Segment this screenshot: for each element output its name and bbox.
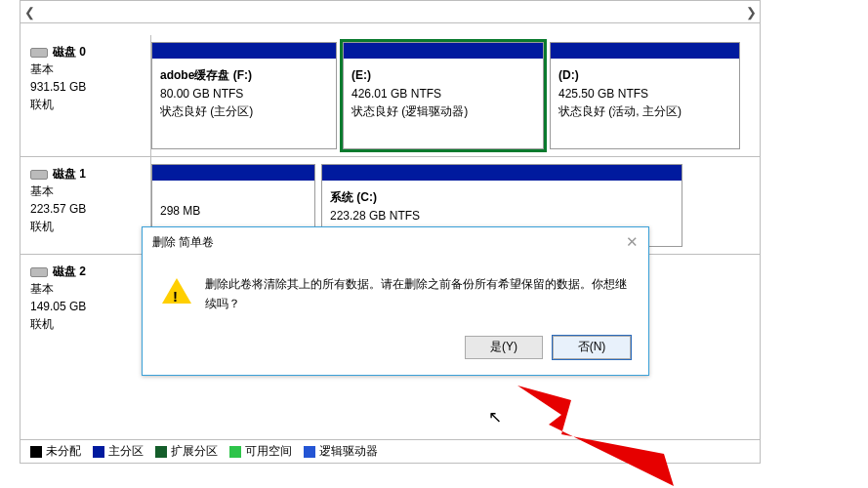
disk-type: 基本: [30, 280, 141, 298]
volume-size: 426.01 GB NTFS: [351, 85, 535, 103]
volume-stripe: [152, 165, 314, 181]
horizontal-scrollbar[interactable]: ❮ ❯: [21, 1, 760, 23]
disk-row-0: 磁盘 0 基本 931.51 GB 联机 adobe缓存盘 (F:) 80.00…: [21, 35, 760, 157]
volume-status: 状态良好 (主分区): [160, 102, 328, 121]
dialog-title: 删除 简单卷: [152, 234, 214, 251]
volume-stripe: [344, 43, 543, 59]
volume-label: (D:): [558, 66, 731, 85]
volumes-disk-0: adobe缓存盘 (F:) 80.00 GB NTFS 状态良好 (主分区) (…: [150, 35, 760, 156]
volume-size: 223.28 GB NTFS: [330, 207, 674, 225]
legend-item: 可用空间: [229, 443, 292, 460]
disk-info-1: 磁盘 1 基本 223.57 GB 联机: [21, 157, 150, 254]
swatch-free: [229, 446, 241, 458]
confirm-delete-dialog: 删除 简单卷 ✕ 删除此卷将清除其上的所有数据。请在删除之前备份所有希望保留的数…: [142, 226, 649, 376]
volume-e[interactable]: (E:) 426.01 GB NTFS 状态良好 (逻辑驱动器): [343, 42, 544, 149]
disk-type: 基本: [30, 183, 141, 200]
dialog-titlebar[interactable]: 删除 简单卷 ✕: [143, 227, 648, 257]
no-button[interactable]: 否(N): [553, 336, 631, 359]
disk-management-window: ❮ ❯ 磁盘 0 基本 931.51 GB 联机 adobe缓存盘 (F:) 8…: [0, 0, 868, 488]
disk-name: 磁盘 0: [53, 45, 86, 59]
disk-name: 磁盘 1: [53, 167, 86, 181]
swatch-extended: [155, 446, 167, 458]
scroll-track[interactable]: [38, 2, 742, 21]
disk-type: 基本: [30, 61, 141, 78]
volume-stripe: [322, 165, 682, 181]
volume-label: adobe缓存盘 (F:): [160, 66, 328, 85]
disk-name: 磁盘 2: [53, 264, 86, 278]
volume-size: 425.50 GB NTFS: [558, 85, 731, 103]
disk-status: 联机: [30, 315, 141, 333]
volume-status: 状态良好 (活动, 主分区): [558, 102, 731, 121]
volume-d[interactable]: (D:) 425.50 GB NTFS 状态良好 (活动, 主分区): [550, 42, 740, 149]
swatch-unallocated: [30, 446, 42, 458]
disk-info-2: 磁盘 2 基本 149.05 GB 联机: [21, 255, 150, 351]
disk-icon: [30, 48, 48, 58]
disk-status: 联机: [30, 218, 141, 235]
scroll-right-icon[interactable]: ❯: [742, 2, 760, 21]
volume-label: (E:): [351, 66, 535, 85]
volume-f[interactable]: adobe缓存盘 (F:) 80.00 GB NTFS 状态良好 (主分区): [151, 42, 337, 149]
disk-size: 149.05 GB: [30, 298, 141, 315]
disk-size: 223.57 GB: [30, 200, 141, 218]
legend-item: 主分区: [93, 443, 144, 460]
yes-button[interactable]: 是(Y): [465, 336, 543, 359]
disk-status: 联机: [30, 96, 141, 113]
dialog-content: 删除此卷将清除其上的所有数据。请在删除之前备份所有希望保留的数据。你想继续吗？: [143, 257, 648, 324]
disk-icon: [30, 170, 48, 180]
legend-item: 逻辑驱动器: [304, 443, 378, 460]
volume-size: 298 MB: [160, 202, 307, 221]
disk-info-0: 磁盘 0 基本 931.51 GB 联机: [21, 35, 150, 156]
dialog-buttons: 是(Y) 否(N): [143, 324, 648, 375]
svg-marker-0: [517, 386, 674, 486]
volume-status: 状态良好 (逻辑驱动器): [351, 102, 535, 121]
dialog-message: 删除此卷将清除其上的所有数据。请在删除之前备份所有希望保留的数据。你想继续吗？: [205, 274, 629, 314]
swatch-logical: [304, 446, 315, 458]
legend-item: 扩展分区: [155, 443, 218, 460]
volume-stripe: [551, 43, 739, 59]
legend-item: 未分配: [30, 443, 81, 460]
annotation-arrow: [517, 386, 693, 488]
cursor-icon: ↖: [488, 407, 502, 427]
close-icon[interactable]: ✕: [626, 233, 639, 251]
swatch-primary: [93, 446, 104, 458]
volume-stripe: [152, 43, 336, 59]
disk-size: 931.51 GB: [30, 78, 141, 96]
disk-icon: [30, 267, 48, 277]
volume-label: 系统 (C:): [330, 188, 674, 207]
volume-size: 80.00 GB NTFS: [160, 85, 328, 103]
scroll-left-icon[interactable]: ❮: [21, 2, 38, 21]
warning-icon: [162, 278, 191, 304]
